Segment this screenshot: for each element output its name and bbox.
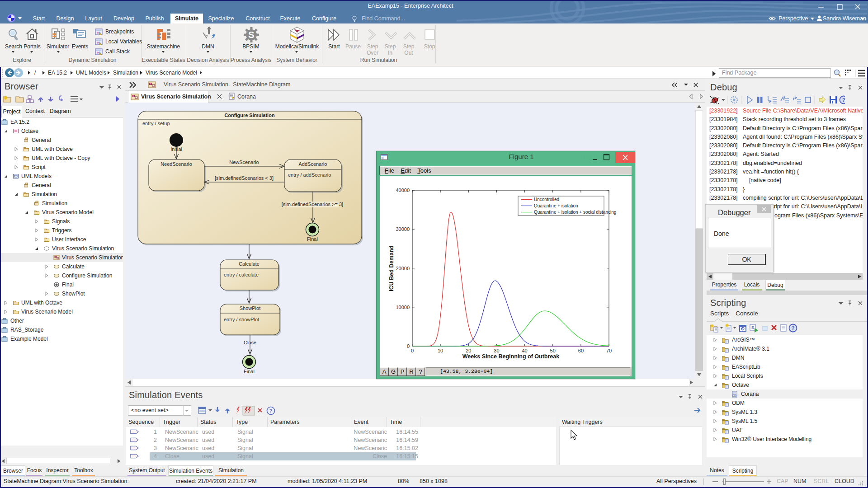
svg-text:entry / showPlot: entry / showPlot — [224, 317, 259, 322]
svg-text:NewScenario: NewScenario — [229, 160, 259, 165]
svg-text:[sim.definedScenarios >= 3]: [sim.definedScenarios >= 3] — [282, 202, 343, 207]
svg-text:40000: 40000 — [396, 188, 410, 193]
svg-text:Configure Simulation: Configure Simulation — [224, 113, 275, 118]
svg-text:ICU Bed Demand: ICU Bed Demand — [388, 245, 395, 291]
svg-text:NeedScenario: NeedScenario — [160, 161, 192, 167]
svg-text:60: 60 — [578, 348, 584, 353]
svg-text:S: S — [248, 30, 254, 40]
svg-text:?: ? — [842, 97, 845, 103]
svg-text:entry / setup: entry / setup — [142, 121, 170, 126]
svg-text:Ja: Ja — [733, 395, 736, 397]
svg-text:0: 0 — [407, 343, 410, 349]
svg-text:Weeks Since Beginning of Outbr: Weeks Since Beginning of Outbreak — [462, 353, 559, 360]
svg-text:Quarantine + isolation + socia: Quarantine + isolation + social distanci… — [534, 210, 616, 215]
svg-text:50: 50 — [550, 348, 556, 353]
svg-text:ShowPlot: ShowPlot — [240, 305, 260, 311]
svg-text:Final: Final — [307, 236, 318, 242]
svg-text:entry / addScenario: entry / addScenario — [288, 172, 331, 178]
svg-text:0: 0 — [411, 348, 414, 353]
svg-text:10: 10 — [438, 348, 443, 353]
svg-text:30000: 30000 — [396, 226, 410, 232]
svg-text:AddScenario: AddScenario — [299, 161, 327, 167]
svg-text:entry / calculate: entry / calculate — [224, 272, 259, 277]
svg-text:30: 30 — [494, 348, 499, 353]
svg-text:40: 40 — [522, 348, 527, 353]
svg-text:20: 20 — [466, 348, 471, 353]
svg-text:10000: 10000 — [396, 305, 410, 310]
svg-text:S: S — [751, 325, 754, 330]
svg-text:70: 70 — [606, 348, 612, 353]
svg-text:Quarantine + isolation: Quarantine + isolation — [534, 203, 578, 208]
svg-text:Close: Close — [244, 340, 256, 345]
svg-text:[sim.definedScenarios < 3]: [sim.definedScenarios < 3] — [215, 175, 274, 181]
svg-text:Final: Final — [244, 369, 255, 374]
svg-text:Calculate: Calculate — [239, 261, 259, 267]
svg-text:?: ? — [792, 325, 795, 331]
svg-text:20000: 20000 — [396, 266, 410, 271]
svg-text:?: ? — [269, 408, 273, 413]
svg-text:Uncontrolled: Uncontrolled — [534, 197, 559, 202]
